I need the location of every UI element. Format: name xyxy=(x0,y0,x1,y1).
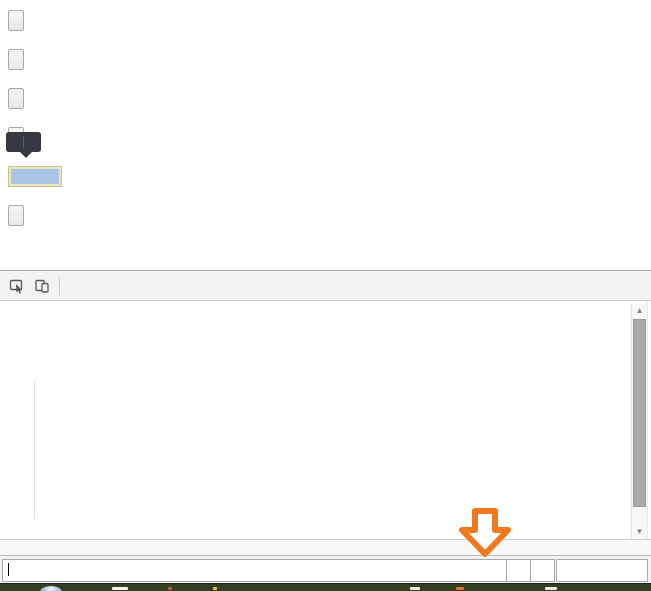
screen: ▲ ▼ xyxy=(0,0,651,591)
annotation-down-arrow-icon xyxy=(455,507,515,559)
scrollbar-thumb[interactable] xyxy=(633,319,646,507)
inspect-element-icon[interactable] xyxy=(9,278,25,294)
blueberry-button[interactable] xyxy=(8,10,24,31)
elements-tree xyxy=(0,305,630,539)
taskbar-icon-hint xyxy=(456,587,464,590)
devtools-panel: ▲ ▼ xyxy=(0,270,651,583)
scrollbar-up-arrow-icon[interactable]: ▲ xyxy=(632,304,647,318)
orange-button-highlighted[interactable] xyxy=(8,166,62,187)
taskbar-icon-hint xyxy=(545,587,557,590)
breadcrumb xyxy=(0,539,651,555)
panel-right-edge xyxy=(647,301,651,539)
tooltip-separator xyxy=(23,136,24,148)
toolbar-separator xyxy=(59,277,60,295)
taskbar-icon-hint xyxy=(410,587,420,590)
device-toolbar-icon[interactable] xyxy=(34,278,50,294)
cancel-button[interactable] xyxy=(556,559,648,582)
elements-scrollbar[interactable]: ▲ ▼ xyxy=(631,304,647,539)
windows-taskbar[interactable] xyxy=(0,583,651,591)
next-match-button[interactable] xyxy=(531,560,554,581)
search-bar xyxy=(0,555,651,584)
grape-button[interactable] xyxy=(8,205,24,226)
taskbar-icon-hint xyxy=(168,587,172,590)
previous-match-button[interactable] xyxy=(507,560,531,581)
orange-button-label xyxy=(11,169,59,184)
search-input[interactable] xyxy=(2,559,507,582)
indent-guide-line xyxy=(34,381,35,519)
devtools-toolbar xyxy=(0,271,651,301)
strawberry-button[interactable] xyxy=(8,88,24,109)
taskbar-icon-hint xyxy=(213,587,217,590)
search-nav-group xyxy=(506,559,555,582)
scrollbar-down-arrow-icon[interactable]: ▼ xyxy=(632,525,647,539)
banana-button[interactable] xyxy=(8,49,24,70)
start-orb-icon[interactable] xyxy=(40,586,62,591)
taskbar-icon-hint xyxy=(112,587,128,590)
inspect-tooltip xyxy=(6,132,41,152)
text-caret xyxy=(8,563,9,576)
